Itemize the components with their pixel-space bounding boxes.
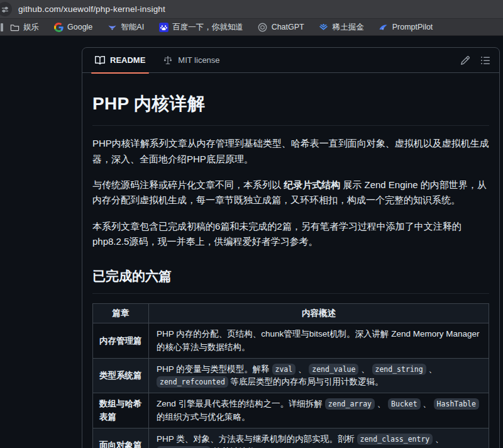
tabbar-actions	[460, 55, 490, 65]
text-segment: PHP 类、对象、方法表与继承机制的内部实现。剖析	[157, 434, 357, 444]
address-bar-url[interactable]: github.com/xuewolf/php-kernel-insight	[18, 4, 165, 14]
bookmark-label: Google	[67, 23, 92, 31]
table-row: 类型系统篇 PHP 的变量与类型模型。解释 zval 、 zend_value …	[93, 358, 489, 393]
folder-icon	[9, 22, 19, 32]
chapters-table: 篇章 内容概述 内存管理篇 PHP 内存的分配、页结构、chunk管理与bits…	[92, 303, 489, 448]
promptpilot-icon	[379, 22, 389, 32]
article-title: PHP 内核详解	[92, 89, 489, 126]
bookmark-promptpilot[interactable]: PromptPilot	[379, 22, 433, 32]
tab-readme-label: README	[110, 55, 145, 65]
baidu-icon	[158, 22, 169, 32]
chapter-title: 内存管理篇	[93, 323, 149, 359]
table-row: 数组与哈希表篇 Zend 引擎最具代表性的结构之一。详细拆解 zend_arra…	[93, 393, 489, 428]
chapter-title: 数组与哈希表篇	[93, 393, 149, 428]
chatgpt-icon	[258, 22, 268, 32]
tab-mit-license[interactable]: MIT license	[154, 48, 228, 73]
bookmark-label: 娱乐	[23, 22, 39, 33]
bookmark-label: PromptPilot	[392, 23, 433, 31]
table-header-row: 篇章 内容概述	[93, 304, 489, 323]
inline-code: zend_refcounted	[157, 376, 228, 388]
inline-code: Bucket	[388, 398, 421, 410]
tab-readme[interactable]: README	[86, 48, 154, 73]
text-segment: 、	[296, 364, 309, 374]
column-header-chapter: 篇章	[93, 304, 149, 323]
bookmark-ai-assistant[interactable]: 智能AI	[107, 22, 144, 33]
text-segment: 、	[358, 364, 372, 374]
github-page-background: README MIT license	[0, 36, 503, 448]
chapter-title: 面向对象篇	[93, 428, 149, 448]
readme-tabbar: README MIT license	[82, 48, 499, 73]
chapter-summary: PHP 类、对象、方法表与继承机制的内部实现。剖析 zend_class_ent…	[149, 428, 489, 448]
bookmarks-bar: 娱乐 Google 智能AI	[0, 18, 503, 36]
readme-panel: README MIT license	[82, 47, 500, 448]
bookmark-label: 百度一下，你就知道	[172, 22, 243, 33]
browser-url-bar[interactable]: github.com/xuewolf/php-kernel-insight	[0, 0, 503, 18]
text-segment: Zend 引擎最具代表性的结构之一。详细拆解	[157, 399, 325, 408]
table-row: 内存管理篇 PHP 内存的分配、页结构、chunk管理与bitset机制。深入讲…	[93, 323, 489, 359]
juejin-icon	[319, 22, 329, 32]
intro-paragraph-1: PHP内核详解系列文章从内存管理到基础类型、哈希表一直到面向对象、虚拟机以及虚拟…	[92, 136, 489, 167]
ai-assistant-icon	[107, 22, 117, 32]
table-row: 面向对象篇 PHP 类、对象、方法表与继承机制的内部实现。剖析 zend_cla…	[93, 428, 489, 448]
edit-pencil-icon[interactable]	[460, 55, 470, 65]
text-segment: PHP 的变量与类型模型。解释	[157, 364, 272, 374]
chapter-title: 类型系统篇	[93, 358, 149, 393]
text-segment: 、	[421, 399, 434, 408]
bookmark-label: ChatGPT	[272, 23, 304, 31]
chapter-summary: PHP 的变量与类型模型。解释 zval 、 zend_value 、 zend…	[149, 358, 489, 393]
bold-text: 纪录片式结构	[284, 179, 340, 190]
column-header-summary: 内容概述	[149, 304, 489, 323]
intro-paragraph-3: 本系列文章包含已完成初稿的6篇和未完成的2篇，另有笔者学习过程中添加了中文注释的…	[92, 219, 489, 250]
bookmark-label: 稀土掘金	[333, 22, 364, 33]
text-segment: 等底层类型的内存布局与引用计数逻辑。	[228, 377, 384, 386]
bookmark-google[interactable]: Google	[53, 22, 92, 32]
inline-code: zend_value	[309, 364, 358, 375]
inline-code: zval	[272, 364, 296, 375]
partial-bookmark-icon	[1, 23, 3, 31]
chapter-summary: Zend 引擎最具代表性的结构之一。详细拆解 zend_array 、 Buck…	[149, 393, 489, 428]
bookmark-chatgpt[interactable]: ChatGPT	[258, 22, 304, 32]
tab-license-label: MIT license	[178, 55, 219, 65]
google-icon	[53, 22, 64, 32]
readme-article: PHP 内核详解 PHP内核详解系列文章从内存管理到基础类型、哈希表一直到面向对…	[82, 73, 499, 448]
inline-code: zend_class_entry	[357, 434, 433, 445]
section-title-completed: 已完成的六篇	[92, 266, 489, 294]
outline-list-icon[interactable]	[480, 55, 490, 65]
text-segment: 的组织方式与优化策略。	[157, 412, 250, 422]
chapter-summary: PHP 内存的分配、页结构、chunk管理与bitset机制。深入讲解 Zend…	[149, 323, 489, 359]
bookmark-juejin[interactable]: 稀土掘金	[319, 22, 364, 33]
inline-code: HashTable	[434, 398, 479, 410]
intro-paragraph-2: 与传统源码注释或碎片化文章不同，本系列以 纪录片式结构 展示 Zend Engi…	[92, 177, 489, 208]
book-icon	[95, 55, 105, 65]
site-settings-icon	[1, 6, 9, 13]
text-segment: 、	[433, 434, 443, 444]
text-segment: 、	[375, 399, 388, 408]
inline-code: zend_array	[325, 398, 375, 410]
bookmark-folder-yule[interactable]: 娱乐	[9, 22, 39, 33]
text-segment: PHP 内存的分配、页结构、chunk管理与bitset机制。深入讲解 Zend…	[157, 329, 480, 351]
text-segment: 、	[426, 364, 437, 374]
bookmark-label: 智能AI	[121, 22, 144, 33]
site-info-icon[interactable]	[0, 2, 12, 16]
text-segment: 与传统源码注释或碎片化文章不同，本系列以	[92, 179, 284, 190]
inline-code: zend_string	[372, 364, 426, 375]
law-scales-icon	[163, 55, 173, 65]
bookmark-baidu[interactable]: 百度一下，你就知道	[158, 22, 243, 33]
